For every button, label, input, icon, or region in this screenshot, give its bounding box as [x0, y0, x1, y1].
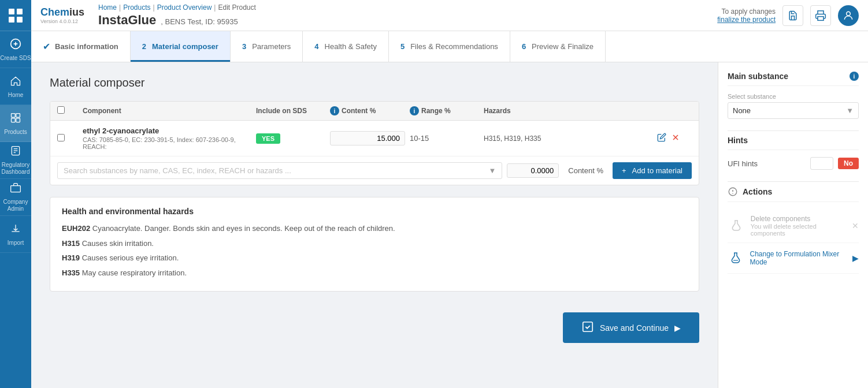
logo-area: Chemius Version 4.0.0.12	[40, 6, 84, 24]
step-basic-information[interactable]: ✔ Basic information	[31, 31, 131, 62]
table-row: ethyl 2-cyanoacrylate CAS: 7085-85-0, EC…	[50, 121, 699, 156]
hazard-text: Cyanoacrylate. Danger. Bonds skin and ey…	[92, 224, 395, 233]
sidebar-item-label: Import	[8, 240, 24, 246]
step-material-composer[interactable]: 2 Material composer	[131, 31, 231, 62]
step-number: 5	[400, 42, 405, 51]
main-substance-section: Main substance i Select substance None ▼	[728, 72, 859, 119]
ufi-input[interactable]	[810, 157, 833, 170]
hazards-text: H315, H319, H335	[484, 135, 541, 143]
content-cell	[330, 131, 405, 146]
sidebar-item-create-sds[interactable]: Create SDS	[0, 31, 31, 68]
hazard-text: May cause respiratory irritation.	[82, 268, 187, 277]
save-header-button[interactable]	[782, 5, 803, 26]
col-hazards: Hazards	[484, 107, 652, 115]
print-button[interactable]	[810, 5, 831, 26]
search-placeholder: Search substances by name, CAS, EC, inde…	[64, 166, 291, 175]
content-area: Material composer Component Include on S…	[31, 62, 868, 388]
hazards-cell: H315, H319, H335	[484, 134, 652, 143]
breadcrumb-overview[interactable]: Product Overview	[157, 3, 212, 12]
left-sidebar: Create SDS Home Products Regulatory Dash…	[0, 0, 31, 388]
include-sds-cell: YES	[256, 133, 325, 144]
substance-search[interactable]: Search substances by name, CAS, EC, inde…	[57, 162, 502, 179]
substance-name: ethyl 2-cyanoacrylate	[83, 126, 251, 135]
hazard-code: H335	[62, 268, 80, 277]
step-label: Health & Safety	[325, 42, 377, 51]
step-label: Material composer	[152, 42, 218, 51]
svg-point-17	[847, 12, 851, 16]
step-health-safety[interactable]: 4 Health & Safety	[303, 31, 389, 62]
content-input[interactable]	[330, 131, 405, 146]
step-label: Files & Recommendations	[410, 42, 498, 51]
right-sidebar: Main substance i Select substance None ▼…	[718, 62, 868, 388]
substance-info: ethyl 2-cyanoacrylate CAS: 7085-85-0, EC…	[83, 126, 251, 150]
select-dropdown-icon: ▼	[846, 106, 854, 115]
add-icon: +	[622, 166, 626, 175]
main-area: Chemius Version 4.0.0.12 Home | Products…	[31, 0, 868, 388]
main-panel: Material composer Component Include on S…	[31, 62, 718, 388]
product-name: InstaGlue	[98, 13, 156, 28]
ufi-hints-label: UFI hints	[728, 159, 758, 168]
content-percent-input[interactable]	[507, 163, 559, 178]
edit-row-button[interactable]	[657, 133, 666, 144]
sidebar-item-import[interactable]: Import	[0, 216, 31, 253]
row-actions	[657, 133, 692, 144]
home-icon	[10, 75, 21, 89]
substance-select[interactable]: None ▼	[728, 102, 859, 119]
sidebar-item-company-admin[interactable]: Company Admin	[0, 179, 31, 216]
main-substance-info-icon: i	[850, 72, 859, 81]
svg-rect-15	[11, 186, 21, 192]
header-right: To apply changes finalize the product	[717, 5, 859, 26]
svg-rect-20	[583, 322, 593, 332]
svg-rect-8	[16, 113, 20, 117]
sidebar-item-regulatory[interactable]: Regulatory Dashboard	[0, 142, 31, 179]
breadcrumb-current: Edit Product	[218, 3, 255, 12]
step-files-recommendations[interactable]: 5 Files & Recommendations	[389, 31, 510, 62]
breadcrumb-products[interactable]: Products	[123, 3, 150, 12]
user-avatar[interactable]	[838, 5, 859, 26]
add-to-material-button[interactable]: + Add to material	[613, 162, 692, 179]
sidebar-item-home[interactable]: Home	[0, 68, 31, 105]
step-number: 2	[142, 42, 146, 51]
hazard-line-h319: H319 Causes serious eye irritation.	[62, 252, 687, 264]
svg-rect-3	[17, 17, 23, 23]
actions-section: Actions Delete components You will delet…	[728, 186, 859, 274]
no-badge: No	[838, 158, 859, 169]
sidebar-item-label: Home	[8, 92, 24, 98]
row-checkbox[interactable]	[57, 134, 65, 141]
select-substance-label: Select substance	[728, 93, 859, 100]
hints-title: Hints	[728, 136, 859, 150]
col-content: i Content %	[330, 106, 405, 115]
formulation-mixer-text: Change to Formulation Mixer Mode	[750, 250, 847, 266]
svg-rect-2	[9, 17, 14, 23]
hazard-code: EUH202	[62, 224, 90, 233]
svg-rect-16	[818, 16, 824, 20]
content-percent-label: Content %	[563, 163, 608, 178]
save-and-continue-button[interactable]: Save and Continue ▶	[563, 312, 699, 343]
formulation-mixer-action[interactable]: Change to Formulation Mixer Mode ▶	[728, 243, 859, 274]
company-icon	[10, 182, 21, 196]
hazard-code: H315	[62, 239, 80, 248]
hazard-line-euh202: EUH202 Cyanoacrylate. Danger. Bonds skin…	[62, 223, 687, 234]
select-all-checkbox[interactable]	[57, 106, 65, 114]
hazards-title: Health and environmental hazards	[62, 207, 687, 216]
logo-text: Chemius	[40, 6, 84, 18]
search-row: Search substances by name, CAS, EC, inde…	[50, 156, 699, 185]
products-icon	[10, 112, 21, 126]
step-parameters[interactable]: 3 Parameters	[231, 31, 303, 62]
finalize-link[interactable]: finalize the product	[717, 16, 776, 24]
svg-rect-1	[17, 9, 23, 14]
sidebar-item-products[interactable]: Products	[0, 105, 31, 142]
delete-components-action[interactable]: Delete components You will delete select…	[728, 209, 859, 243]
breadcrumb-home[interactable]: Home	[98, 3, 117, 12]
top-header: Chemius Version 4.0.0.12 Home | Products…	[31, 0, 868, 31]
hazards-section: Health and environmental hazards EUH202 …	[50, 197, 699, 292]
hazard-text: Causes skin irritation.	[82, 239, 154, 248]
step-number: 4	[314, 42, 318, 51]
save-area: Save and Continue ▶	[50, 303, 699, 352]
step-label: Preview & Finalize	[532, 42, 593, 51]
delete-flask-icon	[728, 217, 745, 235]
main-substance-title: Main substance i	[728, 72, 859, 86]
step-preview-finalize[interactable]: 6 Preview & Finalize	[510, 31, 606, 62]
delete-row-button[interactable]	[671, 133, 680, 144]
table-header: Component Include on SDS i Content % i R…	[50, 102, 699, 121]
